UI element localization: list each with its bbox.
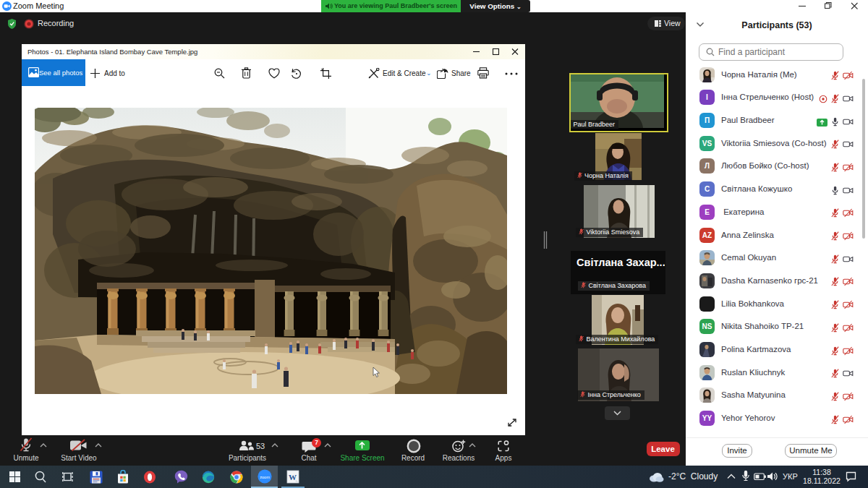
svg-text:W: W (289, 472, 297, 481)
svg-text:zoom: zoom (260, 474, 270, 479)
